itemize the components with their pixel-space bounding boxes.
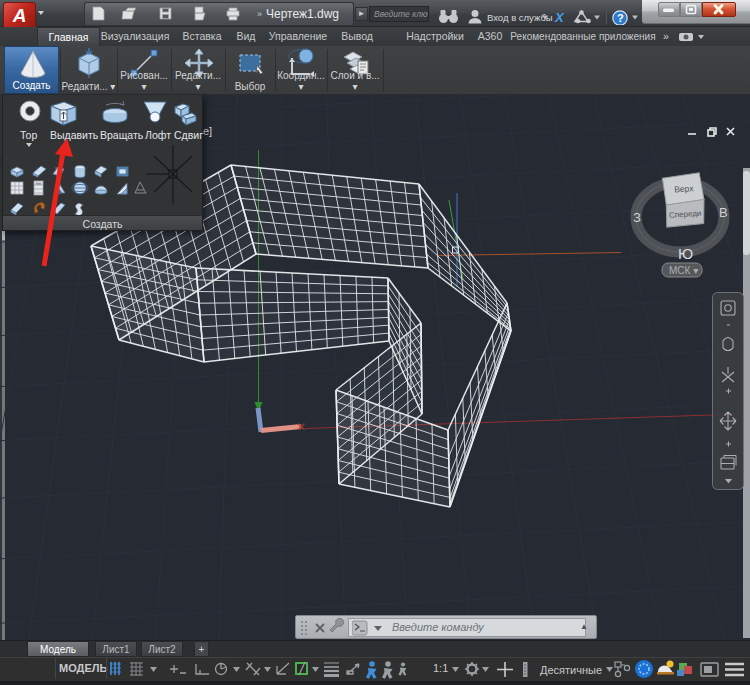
svg-text:Десятичные: Десятичные [540, 664, 602, 676]
svg-text:»: » [257, 9, 262, 19]
svg-text:Вход в службы: Вход в службы [487, 12, 553, 23]
svg-text:Верх: Верх [674, 183, 695, 194]
svg-text:?: ? [617, 12, 624, 24]
svg-text:X: X [554, 10, 565, 25]
svg-text:МСК ▾: МСК ▾ [669, 265, 698, 276]
svg-text:З: З [633, 210, 641, 225]
svg-text:✕: ✕ [296, 420, 306, 434]
svg-text:В: В [719, 205, 728, 220]
svg-text:Ю: Ю [678, 245, 693, 262]
